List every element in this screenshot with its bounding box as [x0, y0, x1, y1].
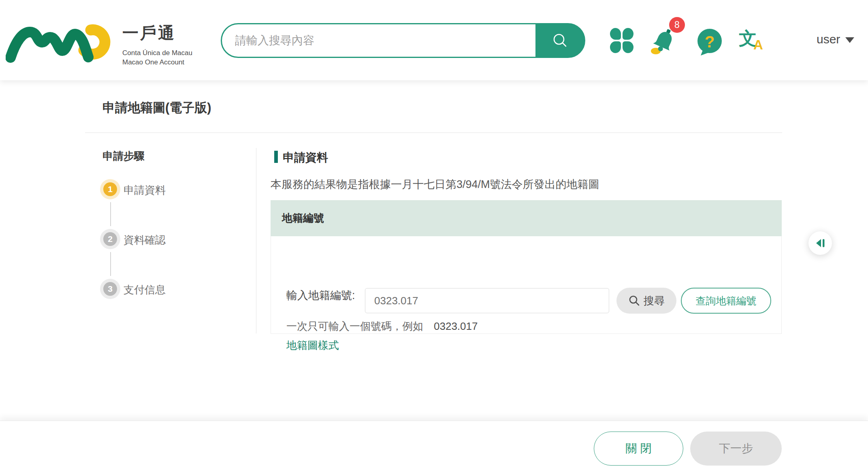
hint-text: 一次只可輸入一個號碼，例如	[286, 320, 423, 332]
app-subtitle-en: Macao One Account	[122, 58, 192, 67]
apps-petal	[623, 41, 633, 53]
step-connector	[110, 252, 111, 276]
notification-badge: 8	[669, 17, 685, 33]
collapse-left-icon	[813, 236, 827, 250]
step-label-3: 支付信息	[124, 283, 166, 297]
cadastral-input-label: 輸入地籍編號:	[286, 288, 355, 303]
user-menu[interactable]: user	[817, 32, 854, 46]
global-search-bar	[221, 23, 585, 58]
steps-title: 申請步驟	[102, 149, 145, 163]
notification-bell-button[interactable]: 8	[650, 16, 689, 58]
apps-grid-icon[interactable]	[610, 28, 633, 53]
box-title: 地籍編號	[282, 211, 324, 225]
close-button[interactable]: 關 閉	[594, 432, 683, 466]
step-number-2: 2	[103, 232, 117, 246]
mo-logo[interactable]: 一戶通 Conta Única de Macau Macao One Accou…	[6, 13, 232, 74]
cadastral-sample-link[interactable]: 地籍圖樣式	[286, 338, 339, 353]
user-label: user	[817, 32, 840, 46]
app-subtitle-pt: Conta Única de Macau	[122, 48, 192, 58]
step-number-1: 1	[103, 182, 117, 196]
collapse-panel-button[interactable]	[808, 231, 832, 255]
content-divider	[256, 148, 256, 333]
step-indicator-2: 2	[100, 229, 120, 249]
step-indicator-3: 3	[100, 279, 120, 299]
magnifier-icon	[628, 295, 640, 307]
mo-logo-icon	[6, 13, 119, 70]
svg-text:?: ?	[705, 33, 714, 51]
title-divider	[85, 132, 782, 133]
language-icon[interactable]: 文 A	[739, 27, 766, 54]
section-title: 申請資料	[283, 150, 328, 165]
cadastral-number-input[interactable]	[365, 288, 609, 313]
top-header: 一戶通 Conta Única de Macau Macao One Accou…	[0, 0, 868, 80]
step-indicator-1: 1	[100, 179, 120, 199]
help-button[interactable]: ?	[696, 28, 723, 56]
apps-petal	[610, 28, 621, 40]
box-body: 輸入地籍編號: 搜尋 查詢地籍編號 一次只可輸入一個號碼，例如0323.017 …	[271, 236, 782, 334]
app-subtitle: Conta Única de Macau Macao One Account	[122, 48, 192, 67]
input-hint: 一次只可輸入一個號碼，例如0323.017	[286, 319, 478, 333]
app-screen: 一戶通 Conta Única de Macau Macao One Accou…	[0, 0, 868, 468]
step-label-1: 申請資料	[124, 183, 166, 197]
app-title: 一戶通	[122, 22, 192, 44]
search-button-label: 搜尋	[644, 294, 665, 308]
logo-text: 一戶通 Conta Única de Macau Macao One Accou…	[122, 22, 192, 67]
search-input[interactable]	[224, 26, 531, 56]
help-icon: ?	[696, 28, 723, 56]
cadastral-number-box: 地籍編號 輸入地籍編號: 搜尋 查詢地籍編號 一次只可輸入一個號碼，例如0323…	[271, 200, 782, 334]
apps-petal	[610, 41, 621, 53]
lookup-cadastral-button[interactable]: 查詢地籍編號	[681, 288, 771, 314]
search-button[interactable]: 搜尋	[616, 288, 676, 314]
page-title: 申請地籍圖(電子版)	[102, 99, 211, 116]
box-header: 地籍編號	[271, 200, 782, 236]
caret-down-icon	[845, 37, 854, 43]
service-description: 本服務的結果物是指根據一月十七日第3/94/M號法令所發出的地籍圖	[271, 177, 599, 192]
step-number-3: 3	[103, 282, 117, 296]
search-submit-button[interactable]	[535, 24, 585, 58]
apps-petal	[623, 28, 633, 40]
language-a-glyph: A	[753, 37, 763, 53]
notification-bell-icon	[650, 28, 680, 58]
step-connector	[110, 202, 111, 226]
next-step-button[interactable]: 下一步	[690, 432, 782, 466]
search-icon	[551, 31, 569, 50]
step-label-2: 資料確認	[124, 233, 166, 247]
action-footer: 關 閉 下一步	[0, 421, 868, 468]
hint-example: 0323.017	[434, 320, 478, 332]
section-accent-bar	[274, 151, 278, 163]
